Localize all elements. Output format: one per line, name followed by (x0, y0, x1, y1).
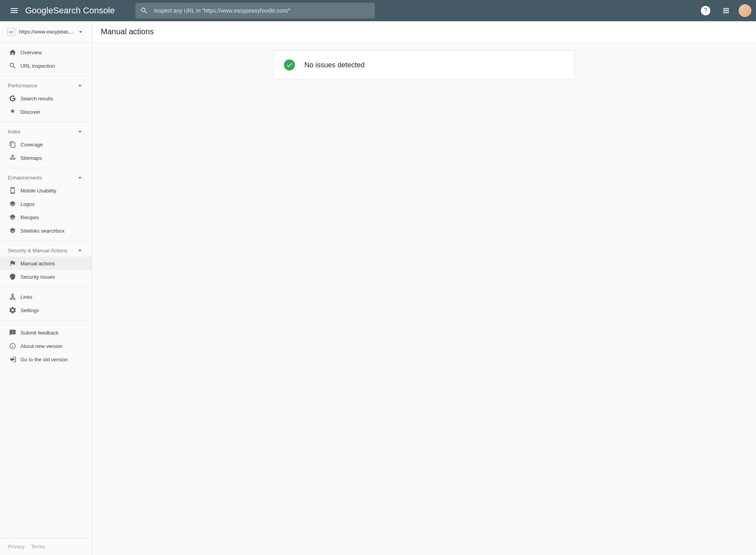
logo-product: Search Console (53, 6, 115, 16)
check-icon (284, 59, 295, 70)
layers-icon (9, 227, 16, 234)
terms-link[interactable]: Terms (31, 544, 45, 549)
logo[interactable]: Google Search Console (25, 6, 115, 16)
section-label: Enhancements (8, 175, 76, 181)
sidebar-footer: Privacy Terms (0, 538, 92, 555)
sidebar-mobile-usability[interactable]: Mobile Usability (0, 184, 92, 197)
sidebar-item-label: Coverage (20, 142, 43, 148)
apps-icon (722, 7, 730, 15)
sidebar-coverage[interactable]: Coverage (0, 138, 92, 151)
sidebar-submit-feedback[interactable]: Submit feedback (0, 326, 92, 339)
sidebar-item-label: Sitelinks searchbox (20, 228, 65, 234)
sidebar-item-label: Mobile Usability (20, 188, 56, 194)
exit-icon (9, 356, 16, 363)
help-icon: ? (701, 6, 710, 15)
sidebar-item-label: Links (20, 294, 32, 300)
chevron-up-icon (76, 246, 84, 254)
chevron-up-icon (76, 128, 84, 135)
header-actions: ? (698, 3, 751, 18)
search-container (135, 3, 375, 18)
sitemap-icon (9, 154, 16, 161)
property-selector[interactable]: ep https://www.easypeasyfoodi... (0, 21, 92, 43)
main-content: Manual actions No issues detected (92, 21, 756, 555)
section-security-manual[interactable]: Security & Manual Actions (0, 244, 92, 257)
info-icon (9, 342, 16, 350)
sidebar-item-label: URL inspection (20, 63, 55, 69)
sidebar-go-old-version[interactable]: Go to the old version (0, 353, 92, 366)
link-tree-icon (9, 293, 16, 300)
layers-icon (9, 214, 16, 221)
phone-icon (9, 187, 16, 194)
sidebar-settings[interactable]: Settings (0, 303, 92, 317)
sidebar-item-label: Recipes (20, 215, 39, 220)
status-text: No issues detected (304, 61, 365, 69)
sidebar-overview[interactable]: Overview (0, 46, 92, 59)
sidebar-item-label: Discover (20, 109, 41, 115)
url-search-input[interactable] (154, 7, 370, 14)
section-index[interactable]: Index (0, 125, 92, 138)
search-icon (140, 7, 148, 15)
shield-icon (9, 273, 16, 280)
sidebar-item-label: Security issues (20, 274, 55, 280)
sidebar-logos[interactable]: Logos (0, 197, 92, 211)
feedback-icon (9, 329, 16, 336)
sidebar-recipes[interactable]: Recipes (0, 211, 92, 224)
menu-button[interactable] (5, 1, 24, 20)
section-label: Security & Manual Actions (8, 248, 76, 253)
sidebar: ep https://www.easypeasyfoodi... Overvie… (0, 21, 92, 555)
sidebar-item-label: Manual actions (20, 261, 55, 266)
gear-icon (9, 306, 17, 314)
flag-icon (9, 260, 16, 267)
url-search-bar[interactable] (135, 3, 375, 18)
hamburger-icon (9, 6, 19, 15)
sidebar-item-label: Submit feedback (20, 330, 59, 336)
section-enhancements[interactable]: Enhancements (0, 171, 92, 184)
property-icon: ep (7, 28, 15, 36)
page-title: Manual actions (92, 21, 756, 43)
privacy-link[interactable]: Privacy (8, 544, 25, 549)
sidebar-search-results[interactable]: Search results (0, 92, 92, 105)
sidebar-manual-actions[interactable]: Manual actions (0, 257, 92, 270)
sidebar-item-label: Overview (20, 50, 42, 56)
apps-button[interactable] (718, 3, 734, 18)
sidebar-links[interactable]: Links (0, 290, 92, 303)
asterisk-icon (9, 108, 17, 116)
section-label: Performance (8, 83, 76, 89)
sidebar-discover[interactable]: Discover (0, 105, 92, 118)
layers-icon (9, 200, 16, 207)
sidebar-item-label: About new version (20, 343, 63, 349)
logo-google: Google (25, 6, 53, 16)
sidebar-item-label: Search results (20, 96, 53, 102)
sidebar-item-label: Settings (20, 307, 39, 313)
account-avatar[interactable] (739, 4, 751, 17)
sidebar-sitelinks-searchbox[interactable]: Sitelinks searchbox (0, 224, 92, 237)
status-card: No issues detected (273, 50, 575, 80)
sidebar-security-issues[interactable]: Security issues (0, 270, 92, 283)
sidebar-url-inspection[interactable]: URL inspection (0, 59, 92, 72)
section-label: Index (8, 129, 76, 135)
sidebar-about-new-version[interactable]: About new version (0, 339, 92, 353)
app-header: Google Search Console ? (0, 0, 756, 21)
sidebar-sitemaps[interactable]: Sitemaps (0, 151, 92, 165)
home-icon (9, 48, 17, 56)
sidebar-item-label: Sitemaps (20, 155, 42, 161)
chevron-down-icon (77, 28, 85, 36)
search-icon (9, 62, 17, 70)
sidebar-item-label: Go to the old version (20, 357, 68, 363)
chevron-up-icon (76, 174, 84, 181)
help-button[interactable]: ? (698, 3, 713, 18)
sidebar-item-label: Logos (20, 201, 34, 207)
section-performance[interactable]: Performance (0, 79, 92, 92)
copy-icon (9, 141, 16, 148)
property-label: https://www.easypeasyfoodi... (19, 29, 74, 35)
chevron-up-icon (76, 81, 84, 89)
google-icon (9, 95, 16, 102)
